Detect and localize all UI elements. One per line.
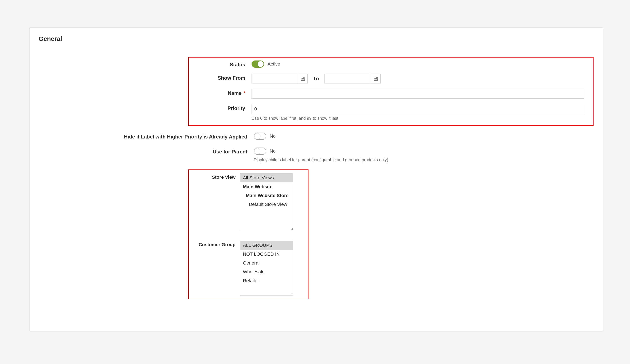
show-from-label: Show From — [206, 74, 252, 81]
row-status: Status Active — [189, 60, 590, 68]
customer-group-label: Customer Group — [192, 241, 240, 247]
use-for-parent-note: Display child`s label for parent (config… — [254, 157, 589, 162]
hide-higher-state-text: No — [270, 133, 276, 139]
show-to-calendar-button[interactable] — [371, 74, 380, 83]
status-state-text: Active — [268, 61, 280, 67]
name-input[interactable] — [252, 89, 584, 99]
required-asterisk: * — [243, 90, 245, 96]
select-option[interactable]: All Store Views — [240, 173, 293, 182]
show-to-input[interactable] — [324, 74, 371, 83]
show-from-input[interactable] — [252, 74, 298, 83]
show-from-calendar-button[interactable] — [298, 74, 308, 83]
store-view-select[interactable]: All Store ViewsMain WebsiteMain Website … — [240, 173, 293, 230]
name-label-text: Name — [228, 90, 242, 96]
select-option[interactable]: Retailer — [240, 276, 293, 285]
select-option[interactable]: NOT LOGGED IN — [240, 250, 293, 259]
select-option[interactable]: ALL GROUPS — [240, 241, 293, 250]
row-customer-group: Customer Group ALL GROUPSNOT LOGGED INGe… — [192, 241, 305, 296]
row-priority: Priority Use 0 to show label first, and … — [189, 104, 590, 121]
name-label: Name* — [206, 89, 252, 96]
row-name: Name* — [189, 89, 590, 99]
hide-higher-label: Hide if Label with Higher Priority is Al… — [54, 133, 254, 140]
select-option[interactable]: Main Website Store — [240, 191, 293, 200]
row-show-from: Show From — [189, 74, 590, 83]
use-for-parent-state-text: No — [270, 148, 276, 154]
show-to-label: To — [313, 76, 319, 81]
highlight-box-scope: Store View All Store ViewsMain WebsiteMa… — [188, 169, 308, 299]
row-store-view: Store View All Store ViewsMain WebsiteMa… — [192, 173, 305, 230]
highlight-box-main: Status Active Show From — [188, 57, 594, 126]
status-label: Status — [206, 60, 252, 68]
customer-group-select[interactable]: ALL GROUPSNOT LOGGED INGeneralWholesaleR… — [240, 241, 293, 296]
use-for-parent-toggle[interactable] — [254, 148, 266, 155]
row-use-for-parent: Use for Parent No Display child`s label … — [37, 148, 595, 162]
priority-label: Priority — [206, 104, 252, 111]
store-view-label: Store View — [192, 173, 240, 180]
select-option[interactable]: Default Store View — [240, 200, 293, 209]
status-toggle[interactable] — [252, 60, 264, 68]
calendar-icon — [373, 76, 378, 81]
priority-input[interactable] — [252, 104, 584, 114]
select-option[interactable]: Main Website — [240, 182, 293, 191]
calendar-icon — [300, 76, 305, 81]
priority-note: Use 0 to show label first, and 99 to sho… — [252, 116, 584, 121]
section-title: General — [38, 35, 595, 42]
row-hide-if-higher: Hide if Label with Higher Priority is Al… — [37, 133, 595, 140]
select-option[interactable]: General — [240, 259, 293, 268]
select-option[interactable]: Wholesale — [240, 268, 293, 276]
hide-higher-toggle[interactable] — [254, 133, 266, 140]
general-panel: General Status Active Show From — [30, 27, 603, 331]
use-for-parent-label: Use for Parent — [54, 148, 254, 155]
